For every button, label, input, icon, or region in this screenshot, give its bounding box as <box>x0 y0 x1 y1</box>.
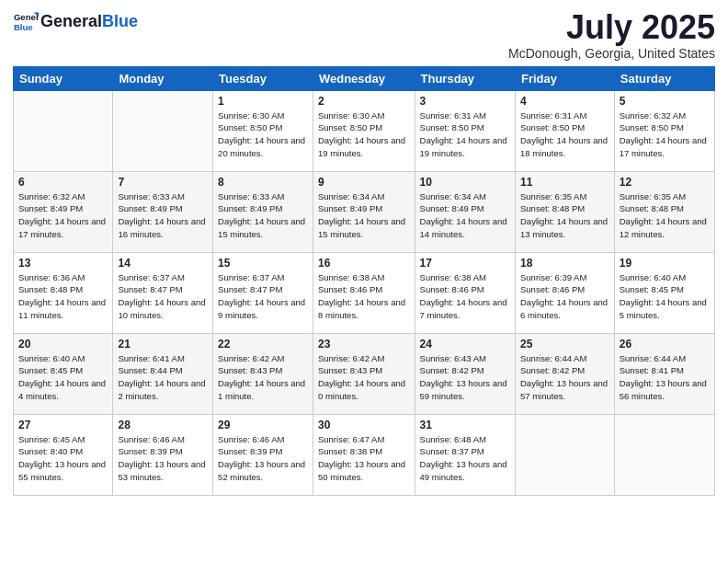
calendar-cell: 12Sunrise: 6:35 AM Sunset: 8:48 PM Dayli… <box>614 171 714 252</box>
day-info: Sunrise: 6:43 AM Sunset: 8:42 PM Dayligh… <box>420 352 510 403</box>
day-number: 3 <box>420 95 510 108</box>
day-number: 16 <box>318 257 410 270</box>
calendar: SundayMondayTuesdayWednesdayThursdayFrid… <box>13 66 715 496</box>
calendar-cell: 28Sunrise: 6:46 AM Sunset: 8:39 PM Dayli… <box>113 414 213 495</box>
week-row-2: 6Sunrise: 6:32 AM Sunset: 8:49 PM Daylig… <box>14 171 715 252</box>
day-number: 29 <box>218 419 308 431</box>
day-number: 1 <box>218 95 308 108</box>
day-number: 25 <box>520 338 609 350</box>
logo-text: GeneralBlue <box>40 13 138 31</box>
day-number: 28 <box>118 419 208 431</box>
calendar-cell <box>515 414 614 495</box>
day-number: 15 <box>218 257 308 270</box>
week-row-4: 20Sunrise: 6:40 AM Sunset: 8:45 PM Dayli… <box>14 333 715 414</box>
calendar-cell: 3Sunrise: 6:31 AM Sunset: 8:50 PM Daylig… <box>415 90 515 171</box>
day-number: 7 <box>118 176 208 189</box>
calendar-cell: 16Sunrise: 6:38 AM Sunset: 8:46 PM Dayli… <box>313 252 415 333</box>
header: General Blue GeneralBlue July 2025 McDon… <box>13 9 715 61</box>
day-number: 30 <box>318 419 410 431</box>
weekday-header-sunday: Sunday <box>14 66 113 90</box>
day-number: 21 <box>118 338 208 350</box>
logo: General Blue GeneralBlue <box>13 9 138 35</box>
calendar-cell: 4Sunrise: 6:31 AM Sunset: 8:50 PM Daylig… <box>515 90 614 171</box>
weekday-header-tuesday: Tuesday <box>213 66 313 90</box>
calendar-cell: 13Sunrise: 6:36 AM Sunset: 8:48 PM Dayli… <box>14 252 113 333</box>
day-number: 5 <box>620 95 710 108</box>
calendar-cell <box>614 414 714 495</box>
calendar-cell: 19Sunrise: 6:40 AM Sunset: 8:45 PM Dayli… <box>614 252 714 333</box>
calendar-cell <box>113 90 213 171</box>
day-info: Sunrise: 6:42 AM Sunset: 8:43 PM Dayligh… <box>318 352 410 403</box>
day-info: Sunrise: 6:40 AM Sunset: 8:45 PM Dayligh… <box>620 271 710 322</box>
calendar-cell: 25Sunrise: 6:44 AM Sunset: 8:42 PM Dayli… <box>515 333 614 414</box>
day-info: Sunrise: 6:35 AM Sunset: 8:48 PM Dayligh… <box>620 190 710 241</box>
day-info: Sunrise: 6:46 AM Sunset: 8:39 PM Dayligh… <box>218 433 308 484</box>
day-info: Sunrise: 6:41 AM Sunset: 8:44 PM Dayligh… <box>118 352 208 403</box>
day-number: 26 <box>620 338 710 350</box>
day-number: 31 <box>420 419 510 431</box>
weekday-header-row: SundayMondayTuesdayWednesdayThursdayFrid… <box>14 66 715 90</box>
day-info: Sunrise: 6:48 AM Sunset: 8:37 PM Dayligh… <box>420 433 510 484</box>
calendar-cell: 26Sunrise: 6:44 AM Sunset: 8:41 PM Dayli… <box>614 333 714 414</box>
week-row-5: 27Sunrise: 6:45 AM Sunset: 8:40 PM Dayli… <box>14 414 715 495</box>
weekday-header-monday: Monday <box>113 66 213 90</box>
location: McDonough, Georgia, United States <box>508 46 715 61</box>
day-number: 11 <box>520 176 609 189</box>
day-info: Sunrise: 6:30 AM Sunset: 8:50 PM Dayligh… <box>318 109 410 160</box>
day-info: Sunrise: 6:30 AM Sunset: 8:50 PM Dayligh… <box>218 109 308 160</box>
calendar-cell: 8Sunrise: 6:33 AM Sunset: 8:49 PM Daylig… <box>213 171 313 252</box>
day-info: Sunrise: 6:32 AM Sunset: 8:50 PM Dayligh… <box>620 109 710 160</box>
week-row-1: 1Sunrise: 6:30 AM Sunset: 8:50 PM Daylig… <box>14 90 715 171</box>
svg-text:Blue: Blue <box>14 22 33 32</box>
calendar-cell: 24Sunrise: 6:43 AM Sunset: 8:42 PM Dayli… <box>415 333 515 414</box>
calendar-cell: 2Sunrise: 6:30 AM Sunset: 8:50 PM Daylig… <box>313 90 415 171</box>
calendar-cell: 7Sunrise: 6:33 AM Sunset: 8:49 PM Daylig… <box>113 171 213 252</box>
weekday-header-wednesday: Wednesday <box>313 66 415 90</box>
day-info: Sunrise: 6:38 AM Sunset: 8:46 PM Dayligh… <box>420 271 510 322</box>
day-info: Sunrise: 6:47 AM Sunset: 8:38 PM Dayligh… <box>318 433 410 484</box>
day-number: 20 <box>18 338 108 350</box>
weekday-header-saturday: Saturday <box>614 66 714 90</box>
svg-text:General: General <box>14 12 39 22</box>
calendar-cell: 23Sunrise: 6:42 AM Sunset: 8:43 PM Dayli… <box>313 333 415 414</box>
day-info: Sunrise: 6:44 AM Sunset: 8:41 PM Dayligh… <box>620 352 710 403</box>
day-info: Sunrise: 6:34 AM Sunset: 8:49 PM Dayligh… <box>318 190 410 241</box>
calendar-cell: 6Sunrise: 6:32 AM Sunset: 8:49 PM Daylig… <box>14 171 113 252</box>
day-info: Sunrise: 6:44 AM Sunset: 8:42 PM Dayligh… <box>520 352 609 403</box>
logo-icon: General Blue <box>13 9 39 35</box>
day-number: 10 <box>420 176 510 189</box>
day-info: Sunrise: 6:36 AM Sunset: 8:48 PM Dayligh… <box>18 271 108 322</box>
calendar-cell: 29Sunrise: 6:46 AM Sunset: 8:39 PM Dayli… <box>213 414 313 495</box>
day-info: Sunrise: 6:40 AM Sunset: 8:45 PM Dayligh… <box>18 352 108 403</box>
day-info: Sunrise: 6:37 AM Sunset: 8:47 PM Dayligh… <box>118 271 208 322</box>
calendar-cell: 22Sunrise: 6:42 AM Sunset: 8:43 PM Dayli… <box>213 333 313 414</box>
calendar-cell: 27Sunrise: 6:45 AM Sunset: 8:40 PM Dayli… <box>14 414 113 495</box>
calendar-cell: 5Sunrise: 6:32 AM Sunset: 8:50 PM Daylig… <box>614 90 714 171</box>
calendar-cell: 1Sunrise: 6:30 AM Sunset: 8:50 PM Daylig… <box>213 90 313 171</box>
day-info: Sunrise: 6:33 AM Sunset: 8:49 PM Dayligh… <box>118 190 208 241</box>
day-number: 9 <box>318 176 410 189</box>
day-number: 19 <box>620 257 710 270</box>
day-number: 23 <box>318 338 410 350</box>
calendar-cell: 20Sunrise: 6:40 AM Sunset: 8:45 PM Dayli… <box>14 333 113 414</box>
calendar-cell: 21Sunrise: 6:41 AM Sunset: 8:44 PM Dayli… <box>113 333 213 414</box>
day-info: Sunrise: 6:45 AM Sunset: 8:40 PM Dayligh… <box>18 433 108 484</box>
day-number: 12 <box>620 176 710 189</box>
day-number: 22 <box>218 338 308 350</box>
month-title: July 2025 <box>508 9 715 46</box>
day-number: 13 <box>18 257 108 270</box>
calendar-cell: 10Sunrise: 6:34 AM Sunset: 8:49 PM Dayli… <box>415 171 515 252</box>
calendar-cell <box>14 90 113 171</box>
day-number: 2 <box>318 95 410 108</box>
title-block: July 2025 McDonough, Georgia, United Sta… <box>508 9 715 61</box>
calendar-cell: 9Sunrise: 6:34 AM Sunset: 8:49 PM Daylig… <box>313 171 415 252</box>
day-number: 24 <box>420 338 510 350</box>
day-number: 18 <box>520 257 609 270</box>
day-info: Sunrise: 6:31 AM Sunset: 8:50 PM Dayligh… <box>420 109 510 160</box>
weekday-header-friday: Friday <box>515 66 614 90</box>
calendar-cell: 17Sunrise: 6:38 AM Sunset: 8:46 PM Dayli… <box>415 252 515 333</box>
day-info: Sunrise: 6:39 AM Sunset: 8:46 PM Dayligh… <box>520 271 609 322</box>
logo-general: General <box>40 12 102 30</box>
weekday-header-thursday: Thursday <box>415 66 515 90</box>
day-info: Sunrise: 6:31 AM Sunset: 8:50 PM Dayligh… <box>520 109 609 160</box>
